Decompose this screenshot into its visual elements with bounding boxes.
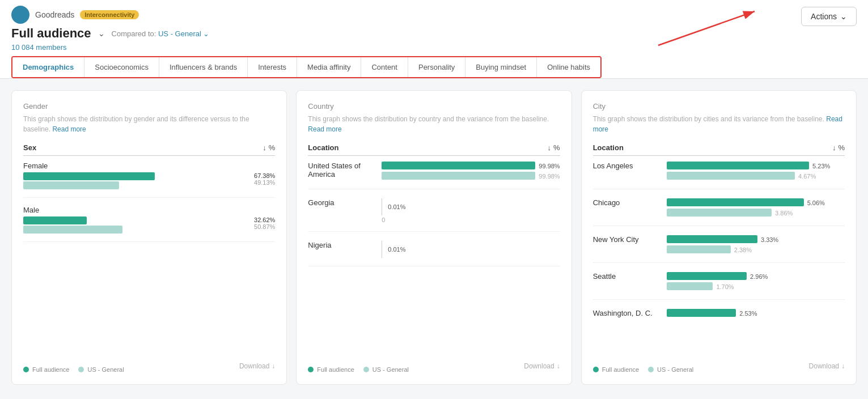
- gender-female-primary-bar: [23, 172, 155, 180]
- city-la-label: Los Angeles: [593, 162, 667, 170]
- country-card-title: Country: [308, 102, 560, 111]
- legend-full-dot: [593, 367, 599, 372]
- gender-female-label: Female: [23, 162, 275, 170]
- gender-male-secondary-bar: [23, 226, 122, 234]
- members-count: 10 084 members: [11, 43, 857, 52]
- country-legend-full: Full audience: [308, 366, 354, 373]
- legend-full-dot: [23, 367, 29, 372]
- audience-title: Full audience: [11, 26, 91, 41]
- country-download-button[interactable]: Download ↓: [524, 362, 560, 370]
- city-bars-container[interactable]: Los Angeles 5.23% 4.67% Chicago: [593, 162, 845, 350]
- city-card-description: This graph shows the distribution by cit…: [593, 114, 845, 134]
- brand-avatar: [11, 6, 29, 24]
- city-legend-baseline: US - General: [648, 366, 693, 373]
- tab-media-affinity[interactable]: Media affinity: [297, 57, 361, 77]
- city-chicago-row: Chicago 5.06% 3.86%: [593, 198, 845, 226]
- tab-buying-mindset[interactable]: Buying mindset: [465, 57, 537, 77]
- brand-row: Goodreads Interconnectivity: [11, 6, 857, 24]
- gender-legend: Full audience US - General: [23, 359, 124, 373]
- city-la-secondary-bar: [667, 172, 795, 180]
- city-seattle-primary-bar: [667, 272, 747, 280]
- city-nyc-label: New York City: [593, 235, 667, 244]
- city-la-row: Los Angeles 5.23% 4.67%: [593, 162, 845, 189]
- legend-baseline-dot: [78, 367, 84, 372]
- tick-mark-nigeria: [382, 241, 382, 258]
- city-seattle-label: Seattle: [593, 272, 667, 281]
- tab-interests[interactable]: Interests: [248, 57, 297, 77]
- gender-legend-full: Full audience: [23, 366, 69, 373]
- country-georgia-bars: 0.01% 0: [382, 198, 560, 224]
- legend-baseline-dot: [648, 367, 654, 372]
- country-card: Country This graph shows the distributio…: [296, 90, 571, 385]
- gender-female-secondary-bar: [23, 181, 119, 189]
- city-dc-primary-bar: [667, 309, 736, 317]
- gender-male-primary-bar: [23, 217, 87, 224]
- tab-personality[interactable]: Personality: [408, 57, 465, 77]
- audience-dropdown-icon[interactable]: ⌄: [98, 29, 105, 38]
- country-read-more[interactable]: Read more: [308, 125, 341, 133]
- compared-to-label: Compared to: US - General ⌄: [112, 29, 210, 38]
- gender-legend-baseline: US - General: [78, 366, 124, 373]
- sort-down-icon: ↓: [262, 143, 266, 152]
- city-legend: Full audience US - General: [593, 359, 694, 373]
- tab-content[interactable]: Content: [361, 57, 408, 77]
- sort-icon: ↓: [548, 143, 552, 152]
- country-nigeria-bars: 0.01%: [382, 241, 560, 259]
- gender-male-label: Male: [23, 206, 275, 214]
- main-content: Gender This graph shows the distribution…: [0, 79, 868, 396]
- gender-card-description: This graph shows the distribution by gen…: [23, 114, 275, 134]
- gender-card-footer: Full audience US - General Download ↓: [23, 350, 275, 373]
- country-nigeria-row: Nigeria 0.01%: [308, 241, 560, 266]
- city-card-title: City: [593, 102, 845, 111]
- download-icon: ↓: [272, 362, 275, 370]
- city-dc-label: Washington, D. C.: [593, 309, 667, 317]
- tab-influencers-brands[interactable]: Influencers & brands: [159, 57, 248, 77]
- country-nigeria-label: Nigeria: [308, 241, 382, 249]
- country-card-footer: Full audience US - General Download ↓: [308, 350, 560, 373]
- city-chicago-primary-bar: [667, 198, 804, 206]
- city-col-percent: ↓ %: [832, 143, 845, 152]
- country-legend-baseline: US - General: [363, 366, 409, 373]
- gender-table-header: Sex ↓ %: [23, 143, 275, 156]
- country-table-header: Location ↓ %: [308, 143, 560, 156]
- city-chicago-secondary-bar: [667, 209, 772, 217]
- city-table-header: Location ↓ %: [593, 143, 845, 156]
- interconnectivity-badge: Interconnectivity: [80, 10, 139, 19]
- tabs-navigation: Demographics Socioeconomics Influencers …: [11, 56, 602, 78]
- audience-row: Full audience ⌄ Compared to: US - Genera…: [11, 26, 857, 41]
- download-icon: ↓: [841, 362, 845, 370]
- city-card-footer: Full audience US - General Download ↓: [593, 350, 845, 373]
- country-usa-primary-bar: [382, 162, 535, 169]
- city-legend-full: Full audience: [593, 366, 639, 373]
- legend-full-dot: [308, 367, 314, 372]
- country-georgia-label: Georgia: [308, 198, 382, 207]
- country-card-description: This graph shows the distribution by cou…: [308, 114, 560, 134]
- compared-to-value[interactable]: US - General ⌄: [158, 29, 210, 38]
- city-chicago-label: Chicago: [593, 198, 667, 207]
- city-nyc-secondary-bar: [667, 245, 731, 253]
- city-seattle-secondary-bar: [667, 282, 713, 290]
- country-usa-label: United States ofAmerica: [308, 162, 382, 179]
- country-georgia-row: Georgia 0.01% 0: [308, 198, 560, 232]
- legend-baseline-dot: [363, 367, 369, 372]
- country-usa-bars: 99.98% 99.98%: [382, 162, 560, 182]
- city-seattle-row: Seattle 2.96% 1.70%: [593, 272, 845, 300]
- tab-demographics[interactable]: Demographics: [12, 57, 84, 77]
- tab-online-habits[interactable]: Online habits: [537, 57, 600, 77]
- gender-download-button[interactable]: Download ↓: [239, 362, 275, 370]
- city-download-button[interactable]: Download ↓: [809, 362, 845, 370]
- actions-button[interactable]: Actions ⌄: [801, 7, 857, 26]
- gender-male-row: Male 32.62% 50.87%: [23, 206, 275, 242]
- country-usa-row: United States ofAmerica 99.98% 99.98%: [308, 162, 560, 189]
- city-nyc-row: New York City 3.33% 2.38%: [593, 235, 845, 263]
- gender-read-more[interactable]: Read more: [52, 125, 86, 133]
- city-card: City This graph shows the distribution b…: [581, 90, 857, 385]
- brand-name: Goodreads: [35, 10, 74, 19]
- country-usa-secondary-bar: [382, 172, 535, 180]
- city-la-primary-bar: [667, 162, 809, 169]
- gender-card: Gender This graph shows the distribution…: [11, 90, 287, 385]
- tab-socioeconomics[interactable]: Socioeconomics: [84, 57, 159, 77]
- city-nyc-primary-bar: [667, 235, 757, 243]
- country-col-percent: ↓ %: [548, 143, 560, 152]
- country-col-location: Location: [308, 143, 338, 152]
